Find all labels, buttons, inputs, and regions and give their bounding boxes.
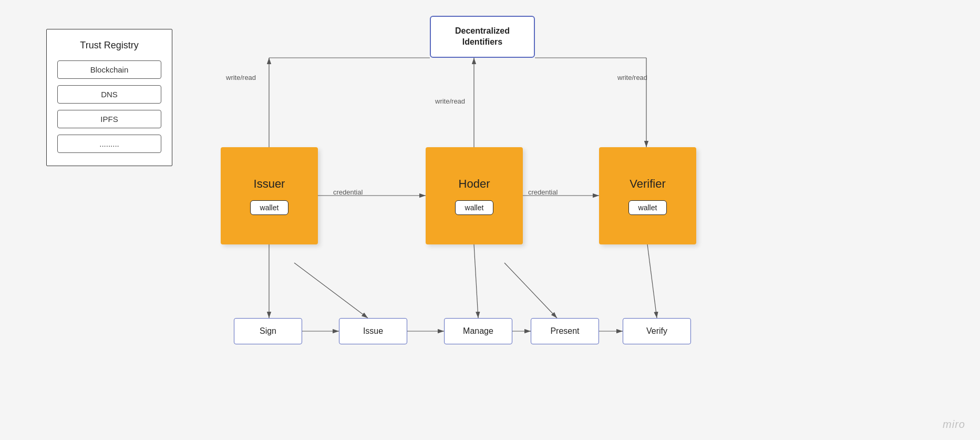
present-label: Present — [550, 326, 579, 336]
credential-2-label: credential — [528, 188, 558, 196]
registry-item-dns: DNS — [57, 85, 161, 104]
write-read-holder-label: write/read — [435, 97, 465, 105]
trust-registry: Trust Registry Blockchain DNS IPFS .....… — [46, 29, 172, 166]
svg-line-14 — [474, 244, 478, 318]
registry-item-dots: ......... — [57, 135, 161, 153]
verifier-wallet: wallet — [628, 200, 667, 215]
issuer-box: Issuer wallet — [221, 147, 318, 244]
manage-box: Manage — [444, 318, 512, 344]
did-label: DecentralizedIdentifiers — [455, 26, 510, 48]
verifier-box: Verifier wallet — [599, 147, 696, 244]
svg-line-16 — [294, 263, 368, 318]
sign-label: Sign — [260, 326, 276, 336]
sign-box: Sign — [234, 318, 302, 344]
svg-line-17 — [504, 263, 557, 318]
registry-item-ipfs: IPFS — [57, 110, 161, 128]
credential-1-label: credential — [333, 188, 363, 196]
svg-line-15 — [647, 244, 657, 318]
issue-label: Issue — [363, 326, 383, 336]
issuer-label: Issuer — [254, 177, 285, 191]
verify-box: Verify — [623, 318, 691, 344]
verify-label: Verify — [646, 326, 667, 336]
write-read-issuer-label: write/read — [226, 74, 256, 81]
write-read-verifier-label: write/read — [617, 74, 647, 81]
issue-box: Issue — [339, 318, 407, 344]
holder-box: Hoder wallet — [426, 147, 523, 244]
canvas: Trust Registry Blockchain DNS IPFS .....… — [0, 0, 980, 440]
verifier-label: Verifier — [630, 177, 665, 191]
manage-label: Manage — [463, 326, 493, 336]
present-box: Present — [531, 318, 599, 344]
trust-registry-title: Trust Registry — [57, 40, 161, 51]
issuer-wallet: wallet — [250, 200, 289, 215]
holder-wallet: wallet — [455, 200, 494, 215]
holder-label: Hoder — [459, 177, 490, 191]
registry-item-blockchain: Blockchain — [57, 60, 161, 79]
miro-brand: miro — [943, 418, 965, 431]
did-box: DecentralizedIdentifiers — [430, 16, 535, 58]
